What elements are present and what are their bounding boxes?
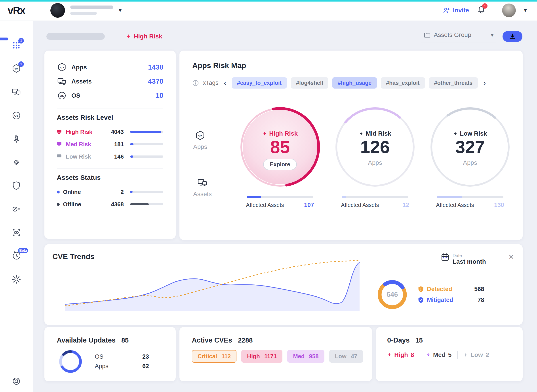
badge-low[interactable]: Low 47 <box>329 350 363 363</box>
badge-critical[interactable]: Critical 112 <box>192 350 236 363</box>
sidebar-item-dashboard[interactable]: 1 <box>11 40 21 50</box>
invite-button[interactable]: Invite <box>443 7 469 14</box>
separator <box>457 351 458 359</box>
person-plus-icon <box>443 7 450 14</box>
bolt-icon <box>126 33 131 39</box>
chevron-right-icon[interactable]: › <box>482 79 487 87</box>
item-label: High <box>394 351 408 359</box>
mid-risk-circle[interactable]: Mid Risk 126 Apps <box>333 105 417 189</box>
count-row-os[interactable]: OS OS 10 <box>57 89 163 103</box>
assets-icon <box>57 76 67 87</box>
offline-dot <box>57 203 60 206</box>
zero-days-low: Low 2 <box>463 351 489 359</box>
page-header: High Risk Assets Group ▾ <box>33 21 537 42</box>
monitor-icon <box>57 129 62 134</box>
sidebar-item-discovery[interactable] <box>11 228 21 238</box>
svg-text:OS: OS <box>60 94 64 97</box>
info-icon[interactable] <box>192 80 199 86</box>
user-avatar[interactable] <box>502 4 516 17</box>
zero-days-high: High 8 <box>387 351 414 359</box>
zero-days-card: 0-Days 15 High 8 Med 5 Low <box>376 327 523 381</box>
low-risk-circle[interactable]: Low Risk 327 Apps <box>428 105 512 189</box>
svg-text:</>: </> <box>14 67 18 70</box>
xtag-has-exploit[interactable]: #has_exploit <box>381 77 425 89</box>
active-cves-title: Active CVEs <box>192 336 232 344</box>
sidebar-item-reports[interactable] <box>11 204 21 214</box>
high-risk-circle[interactable]: High Risk 85 Explore <box>238 105 322 189</box>
notifications-button[interactable]: 1 <box>477 5 486 15</box>
updates-value: 85 <box>121 336 129 344</box>
support-icon <box>11 376 21 386</box>
account-selector[interactable]: ▾ <box>50 3 122 18</box>
xtag-log4shell[interactable]: #log4shell <box>291 77 328 89</box>
sidebar-item-settings[interactable] <box>11 274 21 285</box>
monitor-icon <box>57 142 62 147</box>
count-label: Apps <box>71 64 144 71</box>
chevron-left-icon[interactable]: ‹ <box>222 79 228 87</box>
circle-label: High Risk <box>262 130 298 137</box>
sidebar: 1 </> 1 OS <box>0 21 33 392</box>
xtag-other-threats[interactable]: #other_threats <box>429 77 478 89</box>
circle-value: 327 <box>455 138 485 157</box>
assets-group-dropdown[interactable]: Assets Group ▾ <box>421 30 496 42</box>
divider <box>57 168 163 168</box>
risk-bar <box>130 155 163 158</box>
bolt-icon <box>463 352 468 358</box>
caret-down-icon[interactable]: ▾ <box>524 7 527 13</box>
badge-value: 47 <box>351 353 357 360</box>
row-value: 62 <box>142 363 149 370</box>
count-row-assets[interactable]: Assets 4370 <box>57 75 163 89</box>
legend-value: 78 <box>478 297 484 303</box>
skeleton-line <box>70 12 97 15</box>
sidebar-item-apps[interactable]: </> 1 <box>11 64 21 74</box>
close-icon[interactable]: ✕ <box>509 253 514 261</box>
main-content: High Risk Assets Group ▾ </> <box>33 21 537 392</box>
status-title: Assets Status <box>57 174 163 181</box>
sidebar-item-os[interactable]: OS <box>11 110 21 121</box>
download-button[interactable] <box>503 31 523 42</box>
sidebar-item-patch[interactable] <box>11 157 21 167</box>
notification-badge: 1 <box>482 3 487 9</box>
badge-value: 112 <box>221 353 231 360</box>
xtag-high-usage[interactable]: #high_usage <box>332 77 377 89</box>
sidebar-item-assets[interactable] <box>11 87 21 97</box>
legend-label: Detected <box>427 286 452 293</box>
folder-icon <box>424 32 430 38</box>
cve-trends-title: CVE Trends <box>52 252 94 261</box>
count-row-apps[interactable]: </> Apps 1438 <box>57 60 163 75</box>
badge-high[interactable]: High 1171 <box>241 350 283 363</box>
axis-assets: Assets <box>193 177 212 198</box>
risk-row-high: High Risk 4043 <box>57 126 163 138</box>
xtag-easy-to-exploit[interactable]: #easy_to_exploit <box>232 77 287 89</box>
sidebar-item-support[interactable] <box>11 376 21 386</box>
badge-med[interactable]: Med 958 <box>287 350 324 363</box>
count-value: 4370 <box>148 78 163 85</box>
apps-icon: </> <box>195 130 206 141</box>
sidebar-item-security[interactable] <box>11 181 21 191</box>
cve-trends-chart <box>65 260 365 311</box>
sidebar-nav: 1 </> 1 OS <box>0 21 33 285</box>
zero-days-items: High 8 Med 5 Low 2 <box>387 351 512 359</box>
rocket-icon <box>11 134 21 144</box>
item-value: 8 <box>411 351 414 359</box>
xtags-row: xTags ‹ #easy_to_exploit #log4shell #hig… <box>192 77 510 89</box>
risk-map-title: Apps Risk Map <box>192 61 510 70</box>
bolt-icon <box>453 131 458 136</box>
item-label: Med <box>433 351 446 359</box>
apps-risk-map-card: Apps Risk Map xTags ‹ #easy_to_exploit #… <box>179 51 523 240</box>
badge-label: Critical <box>198 353 217 360</box>
explore-button[interactable]: Explore <box>263 159 297 170</box>
date-value: Last month <box>452 258 486 265</box>
donut-center-value: 646 <box>375 277 410 312</box>
badge-value: 958 <box>309 353 318 360</box>
org-avatar <box>50 3 65 18</box>
summary-card: </> Apps 1438 Assets 4370 OS OS 10 <box>44 51 176 239</box>
circle-value: 85 <box>270 138 290 157</box>
badge-label: Med <box>293 353 305 360</box>
sidebar-item-history[interactable]: Beta <box>11 251 21 261</box>
sidebar-item-deploy[interactable] <box>11 134 21 144</box>
legend-label: Mitigated <box>427 297 453 303</box>
risk-level-title: Assets Risk Level <box>57 114 163 121</box>
date-filter[interactable]: Date Last month ✕ <box>441 253 514 265</box>
zero-days-title: 0-Days <box>387 336 410 344</box>
